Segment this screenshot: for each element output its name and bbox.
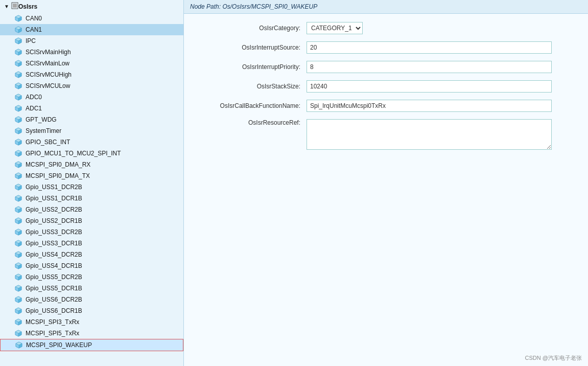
form-select-category[interactable]: CATEGORY_1CATEGORY_2 xyxy=(307,22,363,34)
tree-item[interactable]: MCSPI_SPI0_WAKEUP xyxy=(0,339,183,351)
cube-icon xyxy=(14,14,22,22)
cube-icon xyxy=(14,127,22,135)
cube-icon xyxy=(14,329,22,337)
cube-icon xyxy=(14,250,22,259)
cube-icon xyxy=(14,183,22,191)
form-input-interrupt_source[interactable] xyxy=(307,41,552,54)
tree-item-label: GPT_WDG xyxy=(26,116,57,123)
tree-item-label: Gpio_USS6_DCR2B xyxy=(26,296,82,303)
tree-item[interactable]: Gpio_USS6_DCR2B xyxy=(0,294,183,305)
tree-item[interactable]: Gpio_USS6_DCR1B xyxy=(0,305,183,316)
tree-item-label: ADC1 xyxy=(26,105,42,112)
form-label-interrupt_source: OsIsrInterruptSource: xyxy=(194,44,307,51)
form-label-interrupt_priority: OsIsrInterruptPriority: xyxy=(194,63,307,71)
form-textarea-resource_ref[interactable] xyxy=(307,119,552,150)
tree-root-label: OsIsrs xyxy=(18,3,37,10)
tree-item-label: MCSPI_SPI5_TxRx xyxy=(26,330,79,337)
form-row-resource_ref: OsIsrResourceRef: xyxy=(194,119,578,150)
tree-item-label: Gpio_USS4_DCR2B xyxy=(26,251,82,258)
node-path-label: Node Path: xyxy=(190,3,221,10)
tree-item[interactable]: Gpio_USS1_DCR1B xyxy=(0,193,183,204)
tree-item-label: Gpio_USS5_DCR1B xyxy=(26,285,82,292)
tree-item[interactable]: MCSPI_SPI5_TxRx xyxy=(0,328,183,339)
right-panel: Node Path: Os/OsIsrs/MCSPI_SPI0_WAKEUP O… xyxy=(184,0,588,366)
tree-item-label: MCSPI_SPI3_TxRx xyxy=(26,318,79,326)
tree-item[interactable]: SCISrvMainLow xyxy=(0,58,183,69)
tree-item[interactable]: GPIO_SBC_INT xyxy=(0,136,183,148)
tree-item-label: Gpio_USS1_DCR1B xyxy=(26,195,82,202)
tree-item-label: GPIO_MCU1_TO_MCU2_SPI_INT xyxy=(26,150,121,157)
tree-item-label: CAN0 xyxy=(26,15,42,22)
tree-item-label: MCSPI_SPI0_DMA_TX xyxy=(26,172,90,179)
cube-icon xyxy=(14,59,22,67)
cube-icon xyxy=(14,262,22,270)
tree-item-label: Gpio_USS5_DCR2B xyxy=(26,273,82,281)
tree-item[interactable]: Gpio_USS3_DCR2B xyxy=(0,226,183,238)
cube-icon xyxy=(14,239,22,247)
tree-item[interactable]: Gpio_USS2_DCR1B xyxy=(0,215,183,226)
tree-item-label: SCISrvMCULow xyxy=(26,82,70,89)
tree-item[interactable]: CAN1 xyxy=(0,24,183,35)
tree-item[interactable]: ADC0 xyxy=(0,92,183,103)
tree-item[interactable]: Gpio_USS5_DCR2B xyxy=(0,271,183,283)
cube-icon xyxy=(14,71,22,79)
cube-icon xyxy=(14,149,22,157)
tree-item[interactable]: GPIO_MCU1_TO_MCU2_SPI_INT xyxy=(0,148,183,159)
tree-item-label: MCSPI_SPI0_WAKEUP xyxy=(26,341,92,349)
cube-icon xyxy=(14,48,22,56)
tree-item-label: MCSPI_SPI0_DMA_RX xyxy=(26,161,90,168)
tree-root[interactable]: ▼ OsIsrs xyxy=(0,0,183,13)
tree-item-label: SystemTimer xyxy=(26,127,61,134)
form-row-interrupt_source: OsIsrInterruptSource: xyxy=(194,41,578,54)
cube-icon xyxy=(14,295,22,304)
cube-icon xyxy=(14,273,22,281)
cube-icon xyxy=(14,82,22,90)
tree-item[interactable]: ADC1 xyxy=(0,103,183,114)
node-path-value: Os/OsIsrs/MCSPI_SPI0_WAKEUP xyxy=(222,3,317,10)
tree-item[interactable]: Gpio_USS4_DCR2B xyxy=(0,249,183,260)
tree-root-icon xyxy=(11,2,18,11)
form-input-callback_function[interactable] xyxy=(307,100,552,112)
tree-item[interactable]: Gpio_USS4_DCR1B xyxy=(0,260,183,271)
form-label-callback_function: OsIsrCallBackFunctionName: xyxy=(194,102,307,109)
tree-item-label: Gpio_USS1_DCR2B xyxy=(26,184,82,191)
tree-item[interactable]: Gpio_USS3_DCR1B xyxy=(0,238,183,249)
tree-item[interactable]: MCSPI_SPI3_TxRx xyxy=(0,316,183,328)
tree-item-label: Gpio_USS2_DCR1B xyxy=(26,217,82,224)
tree-item[interactable]: SystemTimer xyxy=(0,125,183,136)
tree-item[interactable]: MCSPI_SPI0_DMA_TX xyxy=(0,170,183,181)
tree-item[interactable]: SCISrvMCULow xyxy=(0,80,183,92)
tree-item[interactable]: MCSPI_SPI0_DMA_RX xyxy=(0,159,183,170)
form-input-interrupt_priority[interactable] xyxy=(307,61,552,73)
tree-item[interactable]: CAN0 xyxy=(0,13,183,24)
cube-icon xyxy=(14,104,22,112)
tree-item[interactable]: SCISrvMCUHigh xyxy=(0,69,183,80)
form-row-interrupt_priority: OsIsrInterruptPriority: xyxy=(194,61,578,73)
cube-icon xyxy=(14,116,22,124)
tree-item-label: IPC xyxy=(26,37,36,44)
form-label-stack_size: OsIsrStackSize: xyxy=(194,83,307,90)
cube-icon xyxy=(15,341,23,349)
tree-item-label: SCISrvMainHigh xyxy=(26,49,71,56)
form-area: OsIsrCategory:CATEGORY_1CATEGORY_2OsIsrI… xyxy=(184,14,588,366)
tree-item-label: SCISrvMainLow xyxy=(26,60,69,67)
cube-icon xyxy=(14,194,22,202)
form-input-stack_size[interactable] xyxy=(307,80,552,93)
left-panel: ▼ OsIsrs CAN0 CAN1 IPC xyxy=(0,0,184,366)
svg-rect-1 xyxy=(13,4,17,8)
tree-item-label: Gpio_USS2_DCR2B xyxy=(26,206,82,213)
tree-item-label: Gpio_USS6_DCR1B xyxy=(26,307,82,314)
form-row-stack_size: OsIsrStackSize: xyxy=(194,80,578,93)
tree-item[interactable]: GPT_WDG xyxy=(0,114,183,125)
cube-icon xyxy=(14,26,22,34)
cube-icon xyxy=(14,138,22,146)
tree-item[interactable]: IPC xyxy=(0,35,183,47)
cube-icon xyxy=(14,307,22,315)
cube-icon xyxy=(14,172,22,180)
tree-item[interactable]: SCISrvMainHigh xyxy=(0,47,183,58)
tree-item[interactable]: Gpio_USS2_DCR2B xyxy=(0,204,183,215)
cube-icon xyxy=(14,37,22,45)
tree-item[interactable]: Gpio_USS5_DCR1B xyxy=(0,283,183,294)
tree-item[interactable]: Gpio_USS1_DCR2B xyxy=(0,181,183,193)
cube-icon xyxy=(14,93,22,101)
